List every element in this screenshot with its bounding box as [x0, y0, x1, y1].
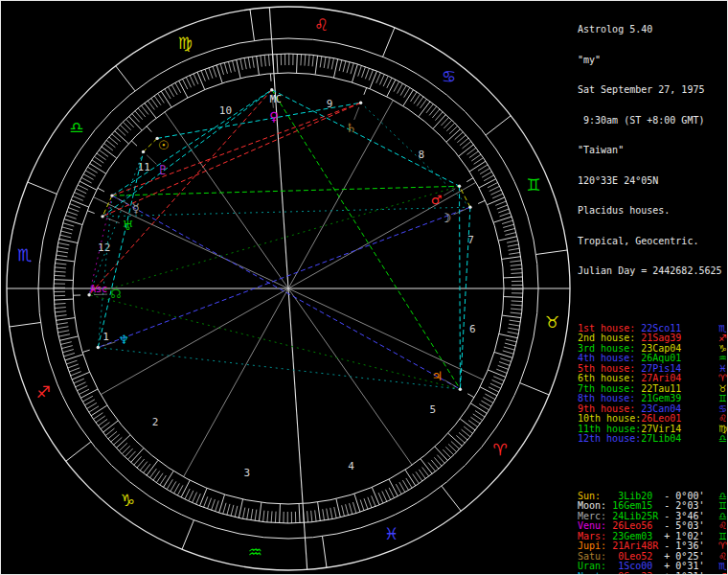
degree-tick [336, 498, 340, 518]
degree-tick [364, 498, 368, 509]
divider [578, 297, 727, 304]
degree-tick [77, 385, 87, 390]
degree-tick [203, 496, 207, 507]
house-number-5: 5 [430, 403, 437, 416]
planet-glyph-mercury: ☿ [132, 201, 140, 216]
planet-pointer-saturn [354, 107, 359, 120]
degree-tick [82, 396, 93, 402]
degree-tick [277, 54, 278, 73]
degree-tick [489, 186, 500, 191]
sign-boundary [182, 520, 193, 550]
sign-boundary [442, 486, 461, 511]
degree-tick [402, 480, 408, 490]
aspect-sqq-jupiter-neptune [98, 348, 460, 390]
degree-tick [389, 479, 398, 496]
sign-glyph-sagittarius: ♐ [36, 382, 51, 402]
degree-tick [297, 54, 298, 73]
degree-tick [385, 490, 390, 500]
degree-tick [55, 304, 66, 305]
degree-tick [369, 70, 373, 80]
degree-tick [481, 401, 490, 406]
planet-tick-mars [466, 178, 473, 182]
degree-tick [171, 84, 177, 94]
house-row: 6th house: 27Ari04♈ [578, 374, 727, 384]
degree-tick [506, 339, 517, 342]
degree-tick [382, 491, 387, 501]
degree-tick [487, 197, 504, 205]
degree-tick [212, 499, 216, 510]
house-sign-glyph: ♌ [718, 414, 727, 425]
planet-pointer-mars [444, 189, 455, 196]
degree-tick [193, 493, 197, 503]
planet-position: 21Ari48R [612, 541, 664, 552]
planet-position: 16Gem15 [612, 501, 664, 512]
degree-tick [394, 81, 399, 92]
sign-boundary [250, 10, 254, 41]
degree-tick [305, 55, 306, 66]
house-number-6: 6 [469, 323, 476, 335]
degree-tick [510, 261, 521, 262]
house-system: Placidus houses. [578, 206, 727, 217]
house-sign-glyph: ♒ [718, 354, 727, 364]
degree-tick [56, 315, 67, 316]
house-sign-glyph: ♎ [718, 434, 727, 445]
house-sign-glyph: ♈ [718, 374, 727, 384]
degree-tick [312, 55, 313, 66]
degree-tick [275, 512, 276, 523]
aspect-tri-mercury-mars [112, 186, 460, 196]
degree-tick [116, 435, 130, 448]
sign-glyph-taurus: ♉ [545, 312, 559, 332]
degree-tick [59, 235, 71, 238]
sign-glyph-capricorn: ♑ [121, 491, 135, 510]
planet-tick-jupiter [467, 394, 474, 398]
degree-tick [492, 380, 503, 384]
degree-tick [181, 480, 190, 497]
degree-tick [342, 505, 345, 517]
degree-tick [446, 128, 461, 142]
degree-tick [510, 320, 521, 322]
info-panel: Astrolog 5.40 "my" Sat September 27, 197… [578, 5, 727, 575]
degree-tick [387, 80, 396, 97]
house-cusp-value: 26Aqu01 [641, 354, 681, 364]
degree-tick [346, 504, 349, 516]
degree-tick [470, 403, 487, 414]
degree-tick [59, 336, 79, 340]
aspect-sex-mars-jupiter [460, 186, 461, 389]
degree-tick [130, 448, 143, 463]
planet-dot-uranus [101, 215, 103, 218]
degree-tick [128, 116, 142, 130]
planet-glyph-moon: ☽ [441, 211, 452, 225]
degree-tick [320, 56, 322, 67]
sign-boundary [323, 537, 327, 568]
degree-tick [54, 299, 73, 300]
degree-tick [508, 244, 519, 246]
degree-tick [62, 227, 74, 230]
degree-tick [372, 495, 375, 506]
degree-tick [175, 82, 181, 93]
aspect-sex-venus-mars [272, 90, 460, 187]
planet-label: Venu: [578, 521, 612, 532]
degree-tick [334, 507, 336, 518]
degree-tick [495, 201, 506, 205]
degree-tick [68, 364, 79, 368]
house-cusp-value: 26Leo01 [641, 414, 681, 425]
planet-row: Nept: 9Sag23 + 1°31'♐ [578, 572, 727, 575]
house-number-4: 4 [348, 460, 354, 472]
chart-coordinates: 120°33E 24°05N [578, 176, 727, 187]
chart-name: "my" [578, 56, 727, 66]
house-cusp-value: 21Gem39 [641, 394, 681, 404]
degree-tick [231, 505, 234, 517]
planet-row: Moon: 16Gem15 - 2°03'♊ [578, 501, 727, 512]
degree-tick [508, 332, 519, 334]
degree-tick [74, 379, 84, 383]
degree-tick [69, 368, 80, 372]
degree-tick [358, 65, 362, 76]
degree-tick [315, 56, 317, 75]
aspect-con-moon-mars [460, 186, 470, 207]
degree-tick [259, 502, 261, 521]
aspect-tri-venus-jupiter [272, 90, 461, 389]
degree-tick [389, 488, 394, 498]
degree-tick [58, 242, 70, 244]
degree-tick [56, 318, 75, 321]
planet-dot-mars [458, 185, 461, 188]
